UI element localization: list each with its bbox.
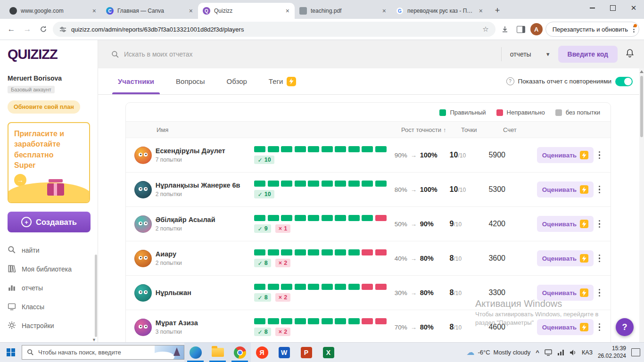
row-menu-icon[interactable] [596,218,603,230]
hidden-icons-chevron[interactable]: ^ [536,349,539,356]
tab-close-icon[interactable]: × [381,7,388,15]
sidebar-item-Моя библиотека[interactable]: Моя библиотека [8,260,90,279]
taskbar-app-powerpoint[interactable]: P [295,343,317,362]
row-menu-icon[interactable] [596,321,603,333]
tab-close-icon[interactable]: × [478,7,484,15]
taskbar-app-yandex[interactable]: Я [251,343,273,362]
taskbar-app-chrome[interactable] [229,343,251,362]
grade-button[interactable]: Оценивать [537,181,594,197]
browser-tab-4[interactable]: Gпереводчик рус каз - Поис× [391,3,488,19]
tab-Вопросы[interactable]: Вопросы [176,68,205,94]
row-menu-icon[interactable] [596,149,603,161]
network-icon[interactable] [557,349,564,355]
bookmark-star-icon[interactable]: ☆ [482,25,488,33]
correct-count: 8 [264,329,268,335]
url-field[interactable]: quizizz.com/admin/reports/63db7f3a013321… [53,22,495,37]
grade-button[interactable]: Оценивать [537,147,594,163]
table-row: Әбілқайр Асылай2 попытки✓9×150%→90%9/104… [126,207,611,241]
row-menu-icon[interactable] [596,253,603,264]
promo-arrow-button[interactable]: → [14,174,26,186]
correct-square [348,284,360,290]
volume-icon[interactable] [570,349,577,356]
upgrade-plan-button[interactable]: Обновите свой план [8,100,80,114]
tab-close-icon[interactable]: × [284,7,291,15]
answer-squares [254,249,394,255]
taskbar-app-edge[interactable] [184,343,206,362]
wrong-count-badge: ×2 [275,293,290,302]
correct-square [308,146,319,152]
tab-close-icon[interactable]: × [188,7,194,15]
help-fab-button[interactable]: ? [616,318,634,336]
maximize-button[interactable] [603,0,623,16]
side-panel-icon[interactable] [514,23,528,36]
row-menu-icon[interactable] [596,287,603,299]
wrong-square [362,249,373,255]
tab-close-icon[interactable]: × [91,7,98,15]
search-highlight-image[interactable] [155,346,184,359]
tab-Теги[interactable]: Теги [269,68,297,94]
accuracy-to: 80% [420,255,434,262]
minimize-button[interactable] [582,0,603,16]
report-type-dropdown[interactable]: отчеты ▼ [501,47,551,61]
new-tab-button[interactable]: + [491,4,504,17]
tab-Обзор[interactable]: Обзор [227,68,247,94]
clock-time: 15:39 [598,345,626,353]
download-icon[interactable] [498,23,512,36]
page-scrollbar[interactable] [639,68,644,343]
grade-button[interactable]: Оценивать [537,250,594,266]
avatar-eye [144,187,148,191]
tab-title: teaching.pdf [311,8,377,14]
grade-button[interactable]: Оценивать [537,285,594,301]
correct-square [322,181,333,187]
browser-tab-1[interactable]: CГлавная — Canva× [101,3,198,19]
search-input[interactable]: Искать в моих отчетах [111,50,494,58]
display-icon[interactable] [545,349,552,356]
weather-widget[interactable]: ☁ -6°C Mostly cloudy [466,347,530,357]
action-center-icon[interactable] [631,348,640,356]
player-name: Әбілқайр Асылай [156,216,255,223]
browser-tab-3[interactable]: teaching.pdf× [295,3,391,19]
sidebar-item-отчеты[interactable]: отчеты [8,279,90,297]
refresh-icon[interactable] [37,23,50,36]
tab-Участники[interactable]: Участники [118,68,154,94]
sidebar-scroll-down-icon[interactable]: ▼ [92,337,96,342]
close-button[interactable]: ✕ [623,0,644,16]
header-accuracy[interactable]: Рост точности ↑ [401,126,461,133]
scrollbar-thumb[interactable] [640,76,643,137]
row-menu-icon[interactable] [596,184,603,196]
browser-profile-avatar[interactable]: A [530,23,543,35]
sidebar-item-Классы[interactable]: Классы [8,297,90,316]
points-total: /10 [454,324,462,331]
legend-item-2: без попытки [555,109,600,116]
language-indicator[interactable]: КАЗ [582,349,593,356]
sidebar-scrollbar[interactable] [95,255,97,337]
create-button[interactable]: + Создавать [8,212,91,232]
referral-promo-card[interactable]: Пригласите и заработайте бесплатно Super… [8,122,90,203]
answer-squares [254,318,394,324]
enter-code-button[interactable]: Введите код [558,46,618,63]
browser-tab-2[interactable]: QQuizizz× [198,3,295,19]
browser-tab-0[interactable]: www.google.com× [5,3,101,19]
repeat-toggle[interactable] [615,77,633,86]
answer-squares [254,181,394,187]
taskbar-app-excel[interactable]: X [317,343,339,362]
relaunch-update-button[interactable]: Перезапустить и обновить [545,22,639,37]
taskbar-search-input[interactable]: Чтобы начать поиск, введите [22,345,184,360]
sidebar-item-найти[interactable]: найти [8,241,90,260]
taskbar-app-word[interactable]: W [273,343,295,362]
scroll-up-icon[interactable] [640,70,644,73]
back-icon[interactable]: ← [5,23,18,36]
grade-button[interactable]: Оценивать [537,319,594,335]
grade-button[interactable]: Оценивать [537,216,594,232]
taskbar-clock[interactable]: 15:39 26.02.2024 [598,345,626,360]
arrow-right-icon: → [411,152,417,159]
start-button[interactable] [0,343,22,362]
address-bar: ← → quizizz.com/admin/reports/63db7f3a01… [0,19,644,40]
taskbar-app-explorer[interactable] [206,343,229,362]
sidebar-item-Настройки[interactable]: Настройки [8,316,90,335]
pdf-favicon-icon [299,7,307,15]
correct-square [335,318,346,324]
forward-icon[interactable]: → [21,23,34,36]
browser-menu-icon[interactable] [632,25,636,34]
notifications-bell-icon[interactable] [625,49,635,60]
